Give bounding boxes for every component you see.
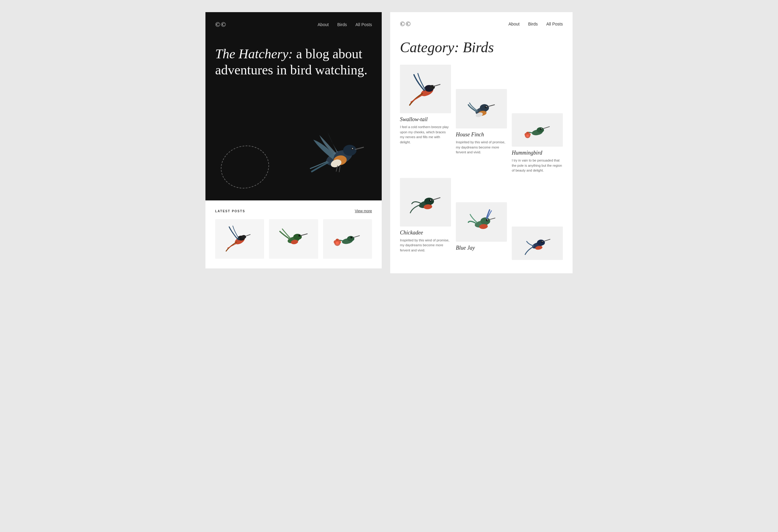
- chickadee-svg: [407, 182, 444, 222]
- svg-line-64: [543, 239, 550, 241]
- left-nav-about[interactable]: About: [318, 22, 329, 27]
- svg-point-1: [343, 145, 357, 156]
- svg-point-11: [241, 235, 246, 239]
- post-card-3[interactable]: [323, 219, 372, 259]
- svg-line-8: [339, 166, 340, 172]
- swallow-image: [400, 65, 451, 113]
- latest-posts-section: LATEST POSTS View more: [206, 200, 382, 268]
- svg-point-49: [541, 128, 542, 129]
- dashed-circle-decoration: [216, 140, 274, 194]
- hummingbird-image: [512, 113, 563, 147]
- housefinch-image: [456, 89, 507, 128]
- extra-bird-image: [512, 227, 563, 260]
- svg-point-26: [351, 237, 352, 238]
- swallow-desc: I feel a cold northern breeze play upon …: [400, 124, 451, 145]
- housefinch-desc: Inspirited by this wind of promise, my d…: [456, 140, 507, 155]
- svg-point-25: [336, 241, 339, 245]
- chickadee-image: [400, 178, 451, 227]
- post-card-3-image: [331, 222, 364, 256]
- bluejay-svg: [465, 205, 498, 239]
- svg-line-12: [246, 235, 250, 236]
- svg-line-30: [434, 84, 440, 86]
- right-logo: ©©: [400, 20, 411, 28]
- post-card-1-image: [223, 222, 256, 256]
- housefinch-svg: [465, 92, 498, 125]
- svg-point-63: [537, 240, 545, 246]
- left-nav-links: About Birds All Posts: [318, 22, 372, 27]
- svg-point-31: [432, 85, 434, 87]
- svg-line-59: [488, 218, 495, 220]
- hummingbird-desc: I try in vain to be persuaded that the p…: [512, 158, 563, 173]
- hummingbird-svg: [522, 116, 552, 145]
- hero-bird-illustration: [304, 127, 374, 185]
- svg-line-42: [543, 126, 549, 129]
- left-panel: ©© About Birds All Posts The Hatchery: a…: [206, 12, 382, 268]
- post-card-2[interactable]: [269, 219, 318, 259]
- right-nav-about[interactable]: About: [509, 21, 520, 26]
- bluejay-image: [456, 202, 507, 242]
- latest-posts-label: LATEST POSTS: [215, 209, 245, 213]
- svg-point-29: [430, 85, 435, 89]
- right-nav-birds[interactable]: Birds: [528, 21, 538, 26]
- birds-grid: Swallow-tail I feel a cold northern bree…: [390, 65, 572, 273]
- svg-point-48: [540, 128, 542, 130]
- svg-point-57: [480, 217, 490, 225]
- left-navbar: ©© About Birds All Posts: [206, 12, 382, 37]
- svg-point-55: [430, 199, 431, 200]
- right-panel: ©© About Birds All Posts Category: Birds: [390, 12, 572, 273]
- svg-point-51: [424, 198, 434, 205]
- left-logo: ©©: [215, 21, 226, 28]
- chickadee-desc: Inspirited by this wind of promise, my d…: [400, 238, 451, 253]
- left-nav-allposts[interactable]: All Posts: [356, 22, 372, 27]
- extra-bird-svg: [522, 229, 552, 258]
- svg-line-20: [354, 236, 360, 238]
- latest-posts-header: LATEST POSTS View more: [215, 209, 372, 213]
- housefinch-title: House Finch: [456, 131, 507, 138]
- svg-point-34: [480, 104, 489, 111]
- post-card-2-image: [277, 222, 310, 256]
- post-card-1[interactable]: [215, 219, 264, 259]
- svg-point-41: [537, 127, 544, 133]
- left-nav-birds[interactable]: Birds: [337, 22, 347, 27]
- bird-card-chickadee[interactable]: Chickadee Inspirited by this wind of pro…: [400, 178, 451, 253]
- right-navbar: ©© About Birds All Posts: [390, 12, 572, 36]
- swallow-svg: [407, 69, 444, 109]
- svg-point-67: [542, 241, 542, 242]
- svg-point-39: [486, 106, 487, 107]
- view-more-link[interactable]: View more: [355, 209, 372, 213]
- bird-card-extra[interactable]: [512, 227, 563, 263]
- svg-point-19: [347, 236, 355, 241]
- svg-point-14: [293, 234, 302, 240]
- hummingbird-title: Hummingbird: [512, 150, 563, 156]
- svg-line-15: [301, 234, 307, 236]
- bird-card-hummingbird[interactable]: Hummingbird I try in vain to be persuade…: [512, 113, 563, 173]
- svg-line-37: [488, 105, 494, 107]
- svg-point-47: [526, 135, 529, 137]
- chickadee-title: Chickadee: [400, 230, 451, 236]
- hero-title: The Hatchery: a blog about adventures in…: [215, 46, 372, 78]
- svg-line-4: [355, 147, 364, 150]
- posts-grid: [215, 219, 372, 259]
- svg-point-61: [487, 219, 488, 220]
- category-title: Category: Birds: [390, 36, 572, 65]
- right-nav-links: About Birds All Posts: [509, 21, 563, 27]
- bird-card-housefinch[interactable]: House Finch Inspirited by this wind of p…: [456, 89, 507, 155]
- svg-point-6: [352, 148, 353, 149]
- swallow-title: Swallow-tail: [400, 116, 451, 123]
- hero-section: ©© About Birds All Posts The Hatchery: a…: [206, 12, 382, 200]
- svg-line-52: [432, 198, 440, 200]
- svg-point-32: [433, 86, 434, 86]
- bird-card-swallow[interactable]: Swallow-tail I feel a cold northern bree…: [400, 65, 451, 145]
- svg-point-17: [298, 235, 300, 237]
- bluejay-title: Blue Jay: [456, 245, 507, 251]
- hero-text: The Hatchery: a blog about adventures in…: [206, 37, 382, 78]
- right-nav-allposts[interactable]: All Posts: [546, 21, 563, 26]
- svg-point-66: [541, 241, 543, 243]
- bird-card-bluejay[interactable]: Blue Jay: [456, 202, 507, 253]
